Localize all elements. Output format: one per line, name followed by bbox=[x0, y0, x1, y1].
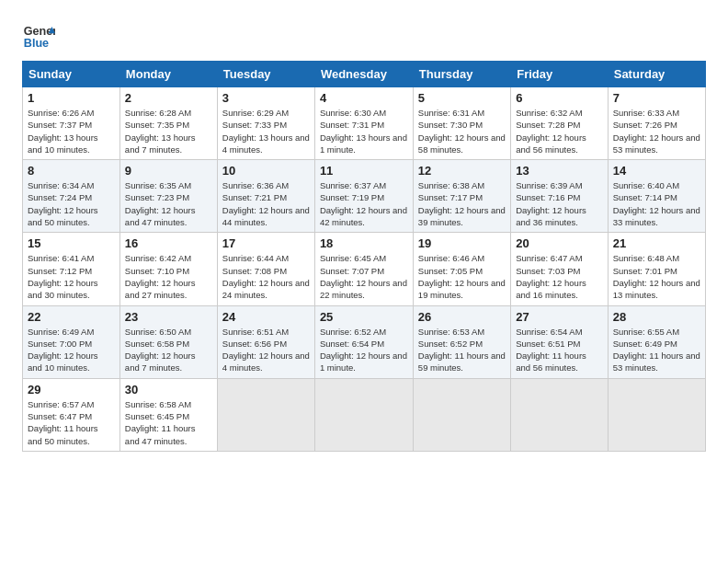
day-info: Sunrise: 6:42 AMSunset: 7:10 PMDaylight:… bbox=[125, 252, 212, 301]
day-number: 30 bbox=[125, 383, 212, 396]
week-row-3: 15Sunrise: 6:41 AMSunset: 7:12 PMDayligh… bbox=[23, 233, 706, 305]
svg-text:Blue: Blue bbox=[24, 37, 49, 50]
day-number: 22 bbox=[28, 310, 115, 324]
day-info: Sunrise: 6:41 AMSunset: 7:12 PMDaylight:… bbox=[28, 252, 115, 301]
day-cell: 30Sunrise: 6:58 AMSunset: 6:45 PMDayligh… bbox=[119, 378, 217, 451]
day-info: Sunrise: 6:33 AMSunset: 7:26 PMDaylight:… bbox=[613, 107, 700, 155]
weekday-header-wednesday: Wednesday bbox=[314, 62, 413, 87]
day-number: 17 bbox=[222, 236, 310, 250]
day-number: 6 bbox=[516, 91, 603, 105]
day-cell: 29Sunrise: 6:57 AMSunset: 6:47 PMDayligh… bbox=[23, 378, 120, 451]
day-cell: 15Sunrise: 6:41 AMSunset: 7:12 PMDayligh… bbox=[23, 233, 120, 305]
day-info: Sunrise: 6:32 AMSunset: 7:28 PMDaylight:… bbox=[516, 107, 603, 155]
day-number: 23 bbox=[125, 310, 212, 324]
day-number: 18 bbox=[320, 236, 408, 250]
day-number: 21 bbox=[613, 236, 700, 250]
day-cell: 9Sunrise: 6:35 AMSunset: 7:23 PMDaylight… bbox=[119, 160, 217, 233]
day-cell: 4Sunrise: 6:30 AMSunset: 7:31 PMDaylight… bbox=[314, 87, 413, 160]
day-cell: 16Sunrise: 6:42 AMSunset: 7:10 PMDayligh… bbox=[119, 233, 217, 305]
day-info: Sunrise: 6:54 AMSunset: 6:51 PMDaylight:… bbox=[516, 326, 603, 374]
day-info: Sunrise: 6:53 AMSunset: 6:52 PMDaylight:… bbox=[418, 326, 506, 374]
day-info: Sunrise: 6:58 AMSunset: 6:45 PMDaylight:… bbox=[125, 398, 212, 447]
day-number: 4 bbox=[320, 91, 408, 105]
day-info: Sunrise: 6:40 AMSunset: 7:14 PMDaylight:… bbox=[613, 179, 700, 228]
day-info: Sunrise: 6:36 AMSunset: 7:21 PMDaylight:… bbox=[222, 179, 310, 228]
day-cell: 25Sunrise: 6:52 AMSunset: 6:54 PMDayligh… bbox=[314, 305, 413, 378]
day-info: Sunrise: 6:50 AMSunset: 6:58 PMDaylight:… bbox=[125, 326, 212, 374]
day-info: Sunrise: 6:35 AMSunset: 7:23 PMDaylight:… bbox=[125, 179, 212, 228]
day-number: 13 bbox=[516, 164, 603, 178]
day-cell: 2Sunrise: 6:28 AMSunset: 7:35 PMDaylight… bbox=[119, 87, 217, 160]
day-cell: 18Sunrise: 6:45 AMSunset: 7:07 PMDayligh… bbox=[314, 233, 413, 305]
day-info: Sunrise: 6:34 AMSunset: 7:24 PMDaylight:… bbox=[28, 179, 115, 228]
day-info: Sunrise: 6:51 AMSunset: 6:56 PMDaylight:… bbox=[222, 326, 310, 374]
weekday-header-monday: Monday bbox=[119, 62, 217, 87]
weekday-header-saturday: Saturday bbox=[608, 62, 705, 87]
day-number: 9 bbox=[125, 164, 212, 178]
day-cell: 17Sunrise: 6:44 AMSunset: 7:08 PMDayligh… bbox=[217, 233, 314, 305]
day-info: Sunrise: 6:39 AMSunset: 7:16 PMDaylight:… bbox=[516, 179, 603, 228]
day-number: 8 bbox=[28, 164, 115, 178]
day-info: Sunrise: 6:37 AMSunset: 7:19 PMDaylight:… bbox=[320, 179, 408, 228]
calendar: SundayMondayTuesdayWednesdayThursdayFrid… bbox=[22, 61, 706, 452]
weekday-header-sunday: Sunday bbox=[23, 62, 120, 87]
day-cell: 5Sunrise: 6:31 AMSunset: 7:30 PMDaylight… bbox=[413, 87, 510, 160]
day-info: Sunrise: 6:48 AMSunset: 7:01 PMDaylight:… bbox=[613, 252, 700, 301]
day-cell: 22Sunrise: 6:49 AMSunset: 7:00 PMDayligh… bbox=[23, 305, 120, 378]
day-number: 25 bbox=[320, 310, 408, 324]
day-cell bbox=[608, 378, 705, 451]
header: General Blue bbox=[22, 18, 706, 52]
day-cell bbox=[413, 378, 510, 451]
day-info: Sunrise: 6:55 AMSunset: 6:49 PMDaylight:… bbox=[613, 326, 700, 374]
day-info: Sunrise: 6:45 AMSunset: 7:07 PMDaylight:… bbox=[320, 252, 408, 301]
day-cell: 21Sunrise: 6:48 AMSunset: 7:01 PMDayligh… bbox=[608, 233, 705, 305]
day-info: Sunrise: 6:46 AMSunset: 7:05 PMDaylight:… bbox=[418, 252, 506, 301]
week-row-5: 29Sunrise: 6:57 AMSunset: 6:47 PMDayligh… bbox=[23, 378, 706, 451]
day-cell: 20Sunrise: 6:47 AMSunset: 7:03 PMDayligh… bbox=[511, 233, 609, 305]
day-cell: 7Sunrise: 6:33 AMSunset: 7:26 PMDaylight… bbox=[608, 87, 705, 160]
day-cell: 19Sunrise: 6:46 AMSunset: 7:05 PMDayligh… bbox=[413, 233, 510, 305]
day-number: 27 bbox=[516, 310, 603, 324]
day-cell: 13Sunrise: 6:39 AMSunset: 7:16 PMDayligh… bbox=[511, 160, 609, 233]
logo: General Blue bbox=[22, 18, 55, 52]
day-number: 1 bbox=[28, 91, 115, 105]
day-number: 12 bbox=[418, 164, 506, 178]
day-info: Sunrise: 6:38 AMSunset: 7:17 PMDaylight:… bbox=[418, 179, 506, 228]
day-info: Sunrise: 6:44 AMSunset: 7:08 PMDaylight:… bbox=[222, 252, 310, 301]
day-info: Sunrise: 6:31 AMSunset: 7:30 PMDaylight:… bbox=[418, 107, 506, 155]
day-number: 5 bbox=[418, 91, 506, 105]
day-info: Sunrise: 6:57 AMSunset: 6:47 PMDaylight:… bbox=[28, 398, 115, 447]
day-cell bbox=[314, 378, 413, 451]
day-cell: 12Sunrise: 6:38 AMSunset: 7:17 PMDayligh… bbox=[413, 160, 510, 233]
day-cell: 23Sunrise: 6:50 AMSunset: 6:58 PMDayligh… bbox=[119, 305, 217, 378]
day-number: 19 bbox=[418, 236, 506, 250]
day-number: 3 bbox=[222, 91, 310, 105]
weekday-header-thursday: Thursday bbox=[413, 62, 510, 87]
day-cell: 24Sunrise: 6:51 AMSunset: 6:56 PMDayligh… bbox=[217, 305, 314, 378]
day-info: Sunrise: 6:30 AMSunset: 7:31 PMDaylight:… bbox=[320, 107, 408, 155]
day-number: 10 bbox=[222, 164, 310, 178]
day-info: Sunrise: 6:52 AMSunset: 6:54 PMDaylight:… bbox=[320, 326, 408, 374]
day-cell: 1Sunrise: 6:26 AMSunset: 7:37 PMDaylight… bbox=[23, 87, 120, 160]
day-cell: 26Sunrise: 6:53 AMSunset: 6:52 PMDayligh… bbox=[413, 305, 510, 378]
day-cell: 28Sunrise: 6:55 AMSunset: 6:49 PMDayligh… bbox=[608, 305, 705, 378]
day-number: 15 bbox=[28, 236, 115, 250]
day-cell: 11Sunrise: 6:37 AMSunset: 7:19 PMDayligh… bbox=[314, 160, 413, 233]
day-cell bbox=[511, 378, 609, 451]
weekday-header-friday: Friday bbox=[511, 62, 609, 87]
day-info: Sunrise: 6:28 AMSunset: 7:35 PMDaylight:… bbox=[125, 107, 212, 155]
day-cell bbox=[217, 378, 314, 451]
week-row-2: 8Sunrise: 6:34 AMSunset: 7:24 PMDaylight… bbox=[23, 160, 706, 233]
day-number: 20 bbox=[516, 236, 603, 250]
day-number: 2 bbox=[125, 91, 212, 105]
week-row-1: 1Sunrise: 6:26 AMSunset: 7:37 PMDaylight… bbox=[23, 87, 706, 160]
day-number: 14 bbox=[613, 164, 700, 178]
day-cell: 10Sunrise: 6:36 AMSunset: 7:21 PMDayligh… bbox=[217, 160, 314, 233]
day-cell: 3Sunrise: 6:29 AMSunset: 7:33 PMDaylight… bbox=[217, 87, 314, 160]
day-cell: 14Sunrise: 6:40 AMSunset: 7:14 PMDayligh… bbox=[608, 160, 705, 233]
day-cell: 6Sunrise: 6:32 AMSunset: 7:28 PMDaylight… bbox=[511, 87, 609, 160]
logo-icon: General Blue bbox=[22, 18, 55, 52]
day-info: Sunrise: 6:49 AMSunset: 7:00 PMDaylight:… bbox=[28, 326, 115, 374]
day-info: Sunrise: 6:29 AMSunset: 7:33 PMDaylight:… bbox=[222, 107, 310, 155]
day-cell: 8Sunrise: 6:34 AMSunset: 7:24 PMDaylight… bbox=[23, 160, 120, 233]
